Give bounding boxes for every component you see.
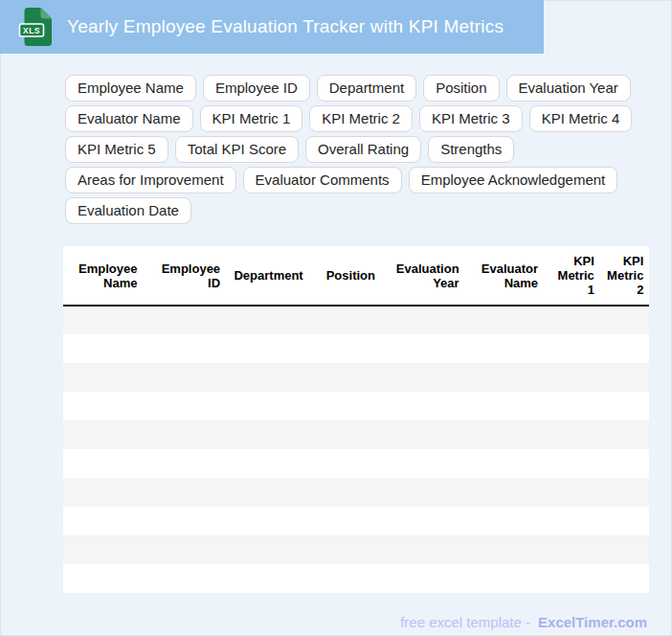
table-cell <box>599 306 649 334</box>
table-cell <box>464 478 543 507</box>
table-cell <box>63 334 142 363</box>
table-cell <box>543 363 599 392</box>
field-chip: Employee ID <box>203 75 310 102</box>
table-cell <box>63 420 142 449</box>
table-cell <box>380 306 464 334</box>
field-chip: KPI Metric 1 <box>200 105 303 132</box>
column-header: Evaluator Name <box>464 246 543 306</box>
table-cell <box>142 363 225 392</box>
table-cell <box>464 392 543 420</box>
xls-file-icon: XLS <box>18 7 55 47</box>
column-header: Evaluation Year <box>380 246 464 306</box>
field-chip: Evaluation Date <box>65 197 191 224</box>
table-cell <box>63 449 142 478</box>
table-cell <box>308 507 380 535</box>
table-cell <box>308 334 380 363</box>
table-cell <box>380 334 464 363</box>
table-cell <box>308 420 380 449</box>
table-cell <box>543 306 599 334</box>
table-cell <box>63 392 142 420</box>
template-preview-table: Employee NameEmployee IDDepartmentPositi… <box>63 246 649 593</box>
footer-brand-link[interactable]: ExcelTimer.com <box>538 614 647 630</box>
field-chip-list: Employee NameEmployee IDDepartmentPositi… <box>65 75 653 224</box>
column-header: KPI Metric 1 <box>543 246 599 306</box>
table-cell <box>63 564 142 593</box>
table-cell <box>380 392 464 420</box>
table-cell <box>464 420 543 449</box>
table-cell <box>543 478 599 507</box>
table-cell <box>142 564 225 593</box>
field-chip: Employee Name <box>65 75 196 102</box>
table-row <box>63 564 649 593</box>
table-cell <box>63 306 142 334</box>
table-cell <box>543 392 599 420</box>
field-chip: Strengths <box>428 136 514 163</box>
table-cell <box>308 306 380 334</box>
table-cell <box>308 564 380 593</box>
table-row <box>63 449 649 478</box>
table-cell <box>63 507 142 535</box>
table-cell <box>225 478 308 507</box>
field-chip: KPI Metric 2 <box>309 105 413 132</box>
table-cell <box>464 564 543 593</box>
table-cell <box>225 363 308 392</box>
page-title: Yearly Employee Evaluation Tracker with … <box>67 16 504 37</box>
table-cell <box>464 449 543 478</box>
field-chip: Overall Rating <box>305 136 421 163</box>
table-cell <box>648 420 649 449</box>
table-cell <box>308 449 380 478</box>
table-cell <box>225 507 308 535</box>
template-preview-table-container: Employee NameEmployee IDDepartmentPositi… <box>63 246 649 593</box>
table-cell <box>225 334 308 363</box>
table-row <box>63 392 649 420</box>
table-cell <box>225 420 308 449</box>
table-cell <box>599 449 649 478</box>
table-cell <box>63 363 142 392</box>
field-chip: Evaluation Year <box>506 75 631 102</box>
field-chip: Evaluator Name <box>65 105 193 132</box>
field-chip: KPI Metric 5 <box>65 136 168 163</box>
table-cell <box>380 449 464 478</box>
table-row <box>63 507 649 535</box>
table-cell <box>63 535 142 564</box>
table-cell <box>464 334 543 363</box>
field-chip: Total KPI Score <box>175 136 299 163</box>
table-cell <box>648 564 649 593</box>
table-cell <box>464 306 543 334</box>
table-row <box>63 363 649 392</box>
table-row <box>63 478 649 507</box>
column-header: KPI Metric 3 <box>648 246 649 306</box>
table-cell <box>308 392 380 420</box>
table-cell <box>225 392 308 420</box>
column-header: Employee ID <box>142 246 225 306</box>
table-cell <box>543 449 599 478</box>
table-cell <box>599 363 649 392</box>
table-cell <box>380 420 464 449</box>
table-cell <box>464 363 543 392</box>
table-cell <box>142 507 225 535</box>
table-cell <box>380 507 464 535</box>
table-cell <box>543 564 599 593</box>
title-bar: XLS Yearly Employee Evaluation Tracker w… <box>0 0 544 54</box>
table-cell <box>599 564 649 593</box>
table-cell <box>543 535 599 564</box>
table-cell <box>648 478 649 507</box>
table-cell <box>142 334 225 363</box>
table-cell <box>543 334 599 363</box>
column-header: KPI Metric 2 <box>599 246 649 306</box>
table-cell <box>380 363 464 392</box>
table-row <box>63 535 649 564</box>
table-cell <box>225 535 308 564</box>
table-cell <box>599 535 649 564</box>
table-cell <box>648 392 649 420</box>
table-cell <box>464 507 543 535</box>
table-row <box>63 420 649 449</box>
table-body <box>63 306 649 593</box>
field-chip: Evaluator Comments <box>243 167 402 193</box>
footer: free excel template -ExcelTimer.com <box>0 614 647 630</box>
column-header: Department <box>225 246 308 306</box>
field-chip: Department <box>317 75 416 102</box>
field-chip: Employee Acknowledgement <box>409 167 618 193</box>
table-cell <box>225 306 308 334</box>
table-cell <box>648 306 649 334</box>
